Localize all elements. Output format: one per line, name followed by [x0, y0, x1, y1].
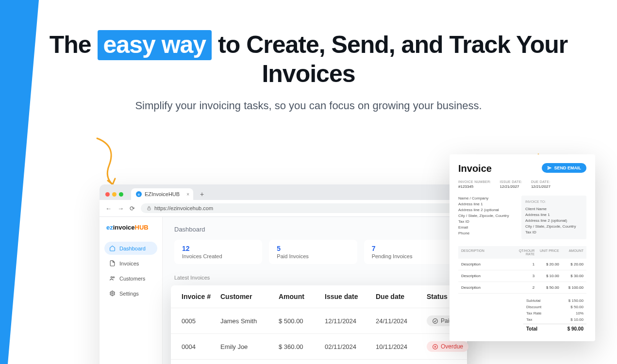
send-btn-label: SEND EMAIL: [554, 165, 581, 170]
reload-button[interactable]: ⟳: [130, 205, 135, 212]
cell-issue: 02/11/2024: [325, 343, 376, 350]
close-dot[interactable]: [105, 192, 110, 197]
table-row[interactable]: 0003 Monica Lopez $ 60.00 30/09/2024 02/…: [171, 360, 467, 364]
sidebar-item-customers[interactable]: Customers: [104, 272, 157, 285]
th-issue: Issue date: [325, 293, 376, 300]
invoice-item-row: Description1$ 20.00$ 20.00: [458, 259, 586, 270]
to-label: INVOICE TO:: [525, 199, 583, 205]
cell-due: 24/11/2024: [376, 317, 427, 325]
browser-tabbar: e EZInvoiceHUB × +: [100, 184, 464, 200]
stat-number: 12: [182, 245, 254, 252]
table-row[interactable]: 0004 Emily Joe $ 360.00 02/11/2024 10/11…: [171, 334, 467, 360]
hero-title-post: to Create, Send, and Track Your Invoices: [212, 31, 567, 87]
stat-label: Paid Invoices: [277, 253, 349, 259]
send-email-button[interactable]: SEND EMAIL: [542, 163, 586, 173]
invoices-table: Invoice # Customer Amount Issue date Due…: [171, 285, 467, 364]
total-line: Subtotal$ 150.00: [523, 298, 586, 304]
cell-customer: Emily Joe: [220, 343, 279, 350]
maximize-dot[interactable]: [119, 192, 123, 197]
stat-number: 5: [277, 245, 349, 252]
invoice-item-row: Description2$ 50.00$ 100.00: [458, 282, 586, 294]
cell-invoice: 0004: [182, 343, 220, 350]
send-icon: [547, 165, 552, 170]
stat-created: 12 Invoices Created: [174, 240, 262, 264]
cell-customer: James Smith: [220, 317, 279, 325]
url-text: https://ezinvoicehub.com: [154, 205, 213, 211]
meta-value: 12/21/2027: [531, 184, 550, 189]
invoice-preview: Invoice SEND EMAIL INVOICE NUMBER:#12334…: [450, 154, 595, 341]
stat-number: 7: [372, 245, 444, 252]
meta-label: ISSUE DATE:: [500, 180, 522, 183]
sidebar-item-dashboard[interactable]: Dashboard: [104, 242, 157, 255]
sidebar-label: Invoices: [119, 261, 139, 266]
browser-tab[interactable]: e EZInvoiceHUB ×: [131, 188, 193, 200]
th-amount: Amount: [279, 293, 325, 300]
cell-amount: $ 500.00: [279, 317, 325, 325]
sidebar-label: Settings: [119, 291, 139, 297]
svg-point-4: [433, 318, 438, 323]
table-header-row: Invoice # Customer Amount Issue date Due…: [171, 285, 467, 308]
th-invoice: Invoice #: [182, 293, 220, 300]
close-tab-icon[interactable]: ×: [186, 192, 189, 197]
document-icon: [109, 260, 116, 266]
meta-value: #123345: [458, 184, 491, 189]
new-tab-button[interactable]: +: [197, 189, 207, 199]
to-address: INVOICE TO: Client NameAddress line 1Add…: [521, 196, 586, 239]
back-button[interactable]: ←: [105, 205, 112, 212]
total-line: Discount$ 50.00: [523, 304, 586, 310]
cell-due: 10/11/2024: [376, 343, 427, 350]
stat-paid: 5 Paid Invoices: [269, 240, 357, 264]
app-logo[interactable]: ezinvoiceHUB: [104, 224, 157, 231]
favicon-icon: e: [136, 191, 142, 197]
meta-label: INVOICE NUMBER:: [458, 180, 491, 183]
cell-invoice: 0005: [182, 317, 220, 325]
hero-subtitle: Simplify your invoicing tasks, so you ca…: [29, 99, 588, 112]
th-due: Due date: [376, 293, 427, 300]
cell-amount: $ 360.00: [279, 343, 325, 350]
hero-title-highlight: easy way: [98, 30, 212, 60]
arrow-decoration: [92, 136, 121, 189]
minimize-dot[interactable]: [112, 192, 117, 197]
th-customer: Customer: [220, 293, 279, 300]
lock-icon: [147, 206, 151, 211]
browser-address-bar: ← → ⟳ https://ezinvoicehub.com: [100, 200, 464, 217]
meta-value: 12/21/2027: [500, 184, 522, 189]
window-controls[interactable]: [105, 192, 123, 197]
page-title: Dashboard: [174, 226, 452, 233]
total-line: Tax$ 10.00: [523, 316, 586, 323]
items-header: DESCRIPTION QT/HOUR RATE UNIT PRICE AMOU…: [458, 246, 586, 259]
latest-invoices-title: Latest Invoices: [174, 275, 452, 281]
stat-label: Pending Invoices: [372, 253, 444, 259]
svg-point-3: [112, 293, 113, 294]
svg-point-1: [111, 277, 112, 278]
total-line: Tax Rate10%: [523, 310, 586, 316]
svg-rect-0: [148, 208, 150, 210]
forward-button[interactable]: →: [117, 205, 124, 212]
gear-icon: [109, 290, 116, 297]
hero-title-pre: The: [50, 31, 98, 58]
cell-issue: 12/11/2024: [325, 317, 376, 325]
stat-pending: 7 Pending Invoices: [364, 240, 452, 264]
app-sidebar: ezinvoiceHUB Dashboard Invoices Customer…: [100, 217, 163, 364]
invoice-item-row: Description3$ 10.00$ 30.00: [458, 270, 586, 282]
sidebar-item-invoices[interactable]: Invoices: [104, 257, 157, 270]
sidebar-item-settings[interactable]: Settings: [104, 287, 157, 300]
users-icon: [109, 275, 116, 281]
grand-total: Total$ 90.00: [523, 324, 586, 332]
invoice-title: Invoice: [458, 163, 492, 174]
table-row[interactable]: 0005 James Smith $ 500.00 12/11/2024 24/…: [171, 308, 467, 334]
invoice-totals: Subtotal$ 150.00Discount$ 50.00Tax Rate1…: [523, 298, 586, 332]
from-address: Name / CompanyAddress line 1Address line…: [458, 196, 516, 239]
sidebar-label: Dashboard: [119, 246, 146, 251]
x-circle-icon: [432, 344, 438, 350]
svg-point-2: [113, 277, 115, 278]
sidebar-label: Customers: [119, 276, 145, 281]
check-circle-icon: [432, 318, 438, 324]
home-icon: [109, 245, 116, 251]
url-input[interactable]: https://ezinvoicehub.com: [141, 203, 458, 213]
tab-title: EZInvoiceHUB: [145, 191, 180, 197]
stat-label: Invoices Created: [182, 253, 254, 259]
meta-label: DUE DATE:: [531, 180, 550, 183]
status-badge: Overdue: [427, 341, 468, 352]
hero-title: The easy way to Create, Send, and Track …: [29, 30, 588, 88]
